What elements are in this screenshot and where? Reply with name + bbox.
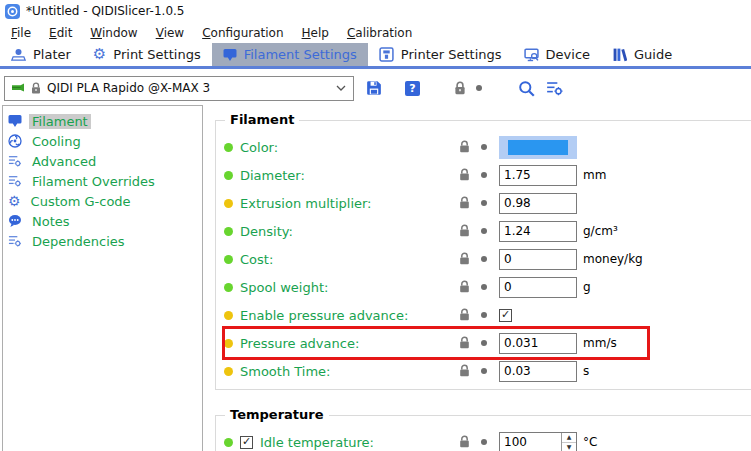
- menu-calibration[interactable]: Calibration: [338, 24, 421, 42]
- help-book-icon[interactable]: ?: [405, 81, 420, 96]
- green-dot-icon: [224, 438, 233, 447]
- fan-icon: [8, 134, 22, 148]
- sidebar-item-dependencies[interactable]: Dependencies: [3, 231, 202, 251]
- idle-temperature-input[interactable]: [500, 433, 561, 451]
- notes-bubble-icon: [8, 214, 22, 228]
- green-dot-icon: [224, 143, 233, 152]
- tab-bar: Plater ⚙ Print Settings Filament Setting…: [0, 43, 751, 69]
- cost-input[interactable]: [499, 249, 577, 270]
- lock-state-dot: [476, 85, 482, 91]
- lock-icon[interactable]: [458, 168, 471, 182]
- group-title: Temperature: [225, 407, 329, 422]
- sidebar-item-advanced[interactable]: Advanced: [3, 151, 202, 171]
- lock-icon: [30, 82, 42, 95]
- diameter-input[interactable]: [499, 165, 577, 186]
- revert-dot-icon[interactable]: [481, 228, 487, 234]
- lock-icon[interactable]: [458, 196, 471, 210]
- yellow-dot-icon: [224, 311, 233, 320]
- preset-select[interactable]: QIDI PLA Rapido @X-MAX 3: [4, 76, 354, 101]
- color-swatch[interactable]: [499, 136, 577, 159]
- row-diameter: Diameter: mm: [224, 161, 751, 189]
- lock-icon[interactable]: [458, 336, 471, 350]
- menu-window[interactable]: Window: [81, 24, 146, 42]
- green-dot-icon: [224, 227, 233, 236]
- lock-icon[interactable]: [458, 364, 471, 378]
- gear-icon: ⚙: [93, 47, 106, 62]
- yellow-dot-icon: [224, 339, 233, 348]
- filament-group: Filament Color: Diameter: mm Extrusion m…: [215, 120, 751, 390]
- revert-dot-icon[interactable]: [481, 439, 487, 445]
- search-icon[interactable]: [518, 80, 535, 97]
- sidebar-item-filament-overrides[interactable]: Filament Overrides: [3, 171, 202, 191]
- window-title: *Untitled - QIDISlicer-1.0.5: [26, 4, 184, 18]
- spin-down-icon[interactable]: ▼: [562, 443, 576, 451]
- yellow-dot-icon: [224, 199, 233, 208]
- revert-dot-icon[interactable]: [481, 284, 487, 290]
- device-icon: [524, 47, 539, 62]
- preset-settings-icon[interactable]: [546, 80, 563, 96]
- menu-edit[interactable]: Edit: [40, 24, 81, 42]
- lock-icon[interactable]: [458, 224, 471, 238]
- spin-up-icon[interactable]: ▲: [562, 433, 576, 443]
- settings-panel: Filament Color: Diameter: mm Extrusion m…: [215, 108, 751, 451]
- lock-icon[interactable]: [458, 435, 471, 449]
- menu-view[interactable]: View: [147, 24, 193, 42]
- lock-icon[interactable]: [458, 140, 471, 154]
- revert-dot-icon[interactable]: [481, 200, 487, 206]
- lock-icon[interactable]: [453, 81, 467, 96]
- revert-dot-icon[interactable]: [481, 144, 487, 150]
- smooth-time-input[interactable]: [499, 361, 577, 382]
- extrusion-multiplier-input[interactable]: [499, 193, 577, 214]
- enable-pressure-advance-checkbox[interactable]: [499, 309, 512, 322]
- group-title: Filament: [225, 112, 299, 127]
- filament-bubble-icon: [8, 114, 22, 128]
- lock-icon[interactable]: [458, 308, 471, 322]
- green-dot-icon: [224, 171, 233, 180]
- color-swatch-value: [508, 140, 568, 155]
- save-icon[interactable]: [366, 80, 382, 96]
- revert-dot-icon[interactable]: [481, 256, 487, 262]
- menu-help[interactable]: Help: [293, 24, 338, 42]
- filament-bubble-icon: [223, 48, 237, 62]
- lock-icon[interactable]: [458, 280, 471, 294]
- app-logo-icon: [5, 4, 20, 19]
- settings-list-icon: [8, 154, 22, 168]
- tab-filament-settings[interactable]: Filament Settings: [212, 43, 368, 66]
- settings-sidebar: Filament Cooling Advanced Filament Overr…: [2, 105, 203, 451]
- tab-device[interactable]: Device: [513, 43, 601, 66]
- tab-printer-settings[interactable]: Printer Settings: [368, 43, 513, 66]
- sidebar-item-filament[interactable]: Filament: [3, 111, 202, 131]
- row-color: Color:: [224, 133, 751, 161]
- row-density: Density: g/cm³: [224, 217, 751, 245]
- idle-temperature-checkbox[interactable]: [240, 436, 253, 449]
- spinner-buttons: ▲ ▼: [561, 433, 576, 451]
- row-spool-weight: Spool weight: g: [224, 273, 751, 301]
- menu-configuration[interactable]: Configuration: [193, 24, 292, 42]
- preset-select-value: QIDI PLA Rapido @X-MAX 3: [47, 81, 331, 95]
- sidebar-item-cooling[interactable]: Cooling: [3, 131, 202, 151]
- row-idle-temperature: Idle temperature: ▲ ▼ °C: [224, 428, 751, 451]
- settings-list-icon: [8, 234, 22, 248]
- lock-icon[interactable]: [458, 252, 471, 266]
- revert-dot-icon[interactable]: [481, 312, 487, 318]
- pressure-advance-input[interactable]: [499, 333, 577, 354]
- guide-books-icon: [612, 47, 627, 62]
- row-smooth-time: Smooth Time: s: [224, 357, 751, 385]
- revert-dot-icon[interactable]: [481, 368, 487, 374]
- spool-weight-input[interactable]: [499, 277, 577, 298]
- density-input[interactable]: [499, 221, 577, 242]
- yellow-dot-icon: [224, 367, 233, 376]
- revert-dot-icon[interactable]: [481, 172, 487, 178]
- green-dot-icon: [224, 255, 233, 264]
- sidebar-item-notes[interactable]: Notes: [3, 211, 202, 231]
- tab-plater[interactable]: Plater: [0, 43, 82, 66]
- printer-icon: [379, 47, 394, 62]
- sidebar-item-custom-gcode[interactable]: ⚙ Custom G-code: [3, 191, 202, 211]
- revert-dot-icon[interactable]: [481, 340, 487, 346]
- row-pressure-advance: Pressure advance: mm/s: [224, 329, 751, 357]
- menu-file[interactable]: File: [2, 24, 40, 42]
- row-enable-pressure-advance: Enable pressure advance:: [224, 301, 751, 329]
- tab-guide[interactable]: Guide: [601, 43, 683, 66]
- settings-list-icon: [8, 174, 22, 188]
- tab-print-settings[interactable]: ⚙ Print Settings: [82, 43, 212, 66]
